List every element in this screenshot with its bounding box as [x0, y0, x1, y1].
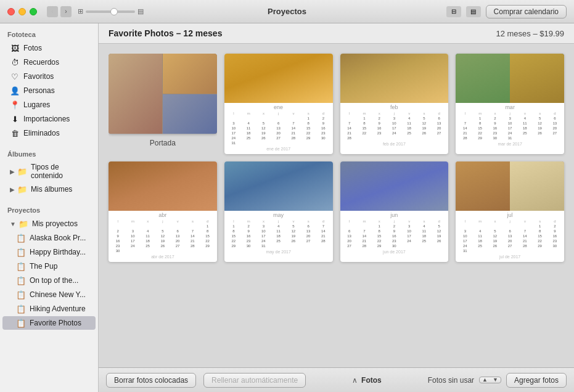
- project-title: Favorite Photos – 12 meses: [109, 28, 222, 38]
- fototeca-section: Fototeca 🖼 Fotos ⏱ Recuerdos ♡ Favoritos…: [0, 23, 98, 143]
- sidebar-item-importaciones[interactable]: ⬇ Importaciones: [2, 112, 96, 126]
- refill-button[interactable]: Rellenar automáticamente: [203, 373, 306, 388]
- jun-photo: [340, 161, 449, 211]
- sidebar-item-favoritos[interactable]: ♡ Favoritos: [2, 70, 96, 83]
- back-button[interactable]: ‹: [47, 6, 58, 17]
- close-button[interactable]: [7, 8, 15, 15]
- pup-project-icon: 📋: [16, 261, 26, 271]
- add-photos-button[interactable]: Agregar fotos: [506, 373, 567, 388]
- jun-grid-area: jun lmxjvsd 12345 6789101112 13141516171…: [340, 211, 449, 262]
- apr-cal-grid: lmxjvsd 1 2345678 9101112131415 16171819…: [110, 219, 215, 253]
- nav-buttons: ‹ ›: [47, 6, 72, 17]
- people-icon: 👤: [10, 86, 20, 96]
- sidebar-item-favorite-photos[interactable]: 📋 Favorite Photos: [2, 316, 96, 330]
- may-month-label: may: [226, 212, 331, 218]
- disclosure-tipos: ▶: [10, 168, 15, 175]
- calendar-grid: Portada ene lmxjvsd 12 3456789 101112131…: [99, 44, 574, 367]
- sidebar-item-personas[interactable]: 👤 Personas: [2, 84, 96, 97]
- alaska-project-icon: 📋: [16, 233, 26, 243]
- unused-stepper[interactable]: ▲ ▼: [479, 377, 501, 383]
- sidebar-item-ontop[interactable]: 📋 On top of the...: [2, 274, 96, 287]
- feb-cal-grid: lmxjvsd 123456 78910111213 1415161718192…: [342, 111, 447, 141]
- delete-photos-button[interactable]: Borrar fotos colocadas: [106, 373, 196, 388]
- jan-cal-grid: lmxjvsd 12 3456789 10111213141516 171819…: [226, 111, 331, 145]
- sidebar-item-chinese[interactable]: 📋 Chinese New Y...: [2, 288, 96, 301]
- places-icon: 📍: [10, 100, 20, 110]
- jul-month-label: jul: [457, 212, 562, 218]
- calendar-page-jan[interactable]: ene lmxjvsd 12 3456789 10111213141516 17…: [224, 54, 333, 154]
- cover-photo-3: [163, 94, 216, 134]
- trash-icon: 🗑: [10, 128, 20, 138]
- maximize-button[interactable]: [30, 8, 37, 15]
- cover-photo-2: [163, 54, 216, 94]
- jan-grid-area: ene lmxjvsd 12 3456789 10111213141516 17…: [224, 103, 333, 154]
- jul-cal-grid: lmxjvsd 12 3456789 10111213141516 171819…: [457, 219, 562, 253]
- sidebar-item-hiking[interactable]: 📋 Hiking Adventure: [2, 302, 96, 316]
- sidebar: Fototeca 🖼 Fotos ⏱ Recuerdos ♡ Favoritos…: [0, 23, 99, 392]
- forward-button[interactable]: ›: [60, 6, 72, 17]
- sidebar-item-mis-albumes[interactable]: ▶ 📁 Mis álbumes: [2, 182, 96, 196]
- cover-photo-1: [109, 54, 162, 134]
- calendar-page-apr[interactable]: abr lmxjvsd 1 2345678 9101112131415 1617…: [109, 161, 217, 262]
- sidebar-item-tipos[interactable]: ▶ 📁 Tipos de contenido: [2, 161, 96, 182]
- feb-grid-area: feb lmxjvsd 123456 78910111213 141516171…: [340, 103, 449, 154]
- calendar-page-feb[interactable]: feb lmxjvsd 123456 78910111213 141516171…: [340, 54, 449, 154]
- sidebar-item-pup[interactable]: 📋 The Pup: [2, 259, 96, 273]
- memories-icon: ⏱: [10, 57, 20, 67]
- sidebar-item-fotos[interactable]: 🖼 Fotos: [2, 41, 96, 55]
- bottom-center: ∧ Fotos: [313, 376, 420, 385]
- calendar-page-jun[interactable]: jun lmxjvsd 12345 6789101112 13141516171…: [340, 161, 449, 262]
- sidebar-item-recuerdos[interactable]: ⏱ Recuerdos: [2, 55, 96, 69]
- may-photo: [224, 161, 333, 211]
- apr-grid-area: abr lmxjvsd 1 2345678 9101112131415 1617…: [109, 211, 217, 262]
- window-title: Proyectos: [268, 7, 306, 16]
- sidebar-toggle-icon[interactable]: ▤: [466, 6, 481, 17]
- cover-image: [109, 54, 217, 134]
- jul-grid-area: jul lmxjvsd 12 3456789 10111213141516 17…: [456, 211, 564, 262]
- favorite-photos-project-icon: 📋: [16, 318, 26, 328]
- zoom-slider[interactable]: ⊞ ▤: [78, 7, 144, 15]
- jun-cal-grid: lmxjvsd 12345 6789101112 13141516171819 …: [342, 219, 447, 248]
- photos-chevron-up[interactable]: ∧: [352, 376, 358, 385]
- favorites-icon: ♡: [10, 71, 20, 81]
- stepper-up-arrow[interactable]: ▲: [480, 377, 490, 383]
- content-types-icon: 📁: [17, 166, 27, 176]
- grid-view-icon: ⊞: [78, 7, 83, 15]
- view-toggle-icon[interactable]: ⊟: [446, 6, 461, 17]
- sidebar-item-mis-proyectos[interactable]: ▼ 📁 Mis proyectos: [2, 217, 96, 231]
- sidebar-item-lugares[interactable]: 📍 Lugares: [2, 98, 96, 112]
- may-grid-area: may lmxjvsd 1234567 891011121314 1516171…: [224, 211, 333, 262]
- my-albums-icon: 📁: [17, 184, 27, 194]
- jun-month-label: jun: [342, 212, 447, 218]
- buy-calendar-button[interactable]: Comprar calendario: [486, 5, 567, 18]
- feb-month-label: feb: [342, 104, 447, 110]
- albums-section: Álbumes ▶ 📁 Tipos de contenido ▶ 📁 Mis á…: [0, 143, 98, 199]
- minimize-button[interactable]: [18, 8, 26, 15]
- jan-photo: [224, 54, 333, 103]
- calendar-cover-page[interactable]: Portada: [109, 54, 217, 154]
- bottom-bar: Borrar fotos colocadas Rellenar automáti…: [99, 367, 574, 392]
- mar-month-label: mar: [457, 104, 562, 110]
- slider-track: [86, 10, 135, 13]
- content-header: Favorite Photos – 12 meses 12 meses – $1…: [99, 23, 574, 44]
- slider-thumb[interactable]: [110, 8, 118, 15]
- stepper-down-arrow[interactable]: ▼: [490, 377, 501, 383]
- mar-year-label: mar de 2017: [457, 142, 562, 146]
- calendar-page-may[interactable]: may lmxjvsd 1234567 891011121314 1516171…: [224, 161, 333, 262]
- sidebar-item-alaska[interactable]: 📋 Alaska Book Pr...: [2, 231, 96, 245]
- sidebar-item-eliminados[interactable]: 🗑 Eliminados: [2, 126, 96, 140]
- jan-month-label: ene: [226, 104, 331, 110]
- sidebar-item-birthday[interactable]: 📋 Happy Birthday...: [2, 245, 96, 259]
- calendar-page-jul[interactable]: jul lmxjvsd 12 3456789 10111213141516 17…: [456, 161, 564, 262]
- proyectos-section: Proyectos ▼ 📁 Mis proyectos 📋 Alaska Boo…: [0, 199, 98, 333]
- apr-photo: [109, 161, 217, 211]
- fototeca-title: Fototeca: [0, 30, 98, 41]
- imports-icon: ⬇: [10, 114, 20, 124]
- photos-icon: 🖼: [10, 43, 20, 53]
- project-price: 12 meses – $19.99: [496, 29, 564, 38]
- titlebar-actions: ⊟ ▤ Comprar calendario: [446, 5, 567, 18]
- titlebar: ‹ › ⊞ ▤ Proyectos ⊟ ▤ Comprar calendario: [0, 0, 574, 23]
- ontop-project-icon: 📋: [16, 276, 26, 285]
- calendar-page-mar[interactable]: mar lmxjvsd 123456 78910111213 141516171…: [456, 54, 564, 154]
- disclosure-albumes: ▶: [10, 186, 15, 193]
